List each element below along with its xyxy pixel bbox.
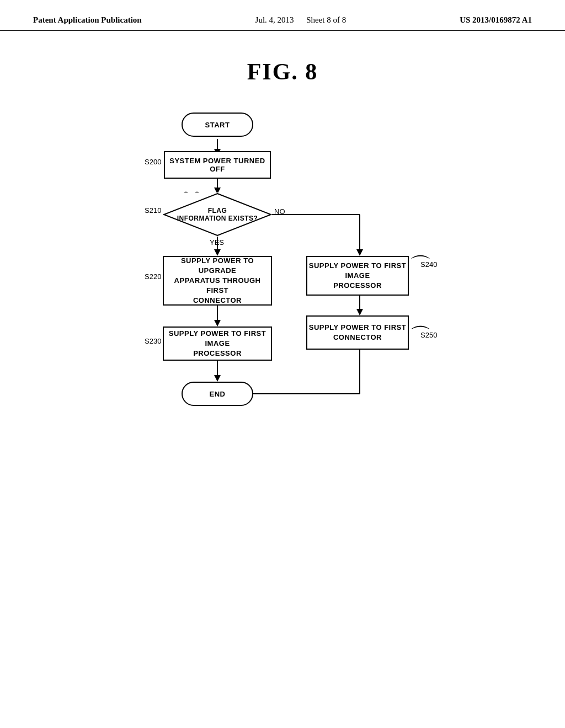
s240-brace: ⌒ <box>409 255 431 277</box>
s220-node: SUPPLY POWER TO UPGRADE APPARATUS THROUG… <box>163 256 272 306</box>
s250-brace: ⌒ <box>409 325 431 347</box>
svg-marker-14 <box>356 309 363 315</box>
s230-node: SUPPLY POWER TO FIRST IMAGE PROCESSOR <box>163 326 272 361</box>
svg-marker-5 <box>214 249 221 256</box>
s210-diamond: FLAG INFORMATION EXISTS? <box>163 192 272 237</box>
publication-date: Jul. 4, 2013 <box>255 15 294 24</box>
svg-marker-9 <box>214 375 221 382</box>
no-label: NO <box>274 207 285 216</box>
step-label-s230: S230 <box>145 337 161 345</box>
step-label-s200: S200 <box>145 158 161 166</box>
yes-label: YES <box>210 238 224 247</box>
publication-label: Patent Application Publication <box>33 15 142 25</box>
s240-node: SUPPLY POWER TO FIRST IMAGE PROCESSOR <box>306 256 409 296</box>
step-label-s220: S220 <box>145 272 161 281</box>
step-label-s210: S210 <box>145 206 161 215</box>
flowchart-container: START S200 SYSTEM POWER TURNED OFF S210 … <box>89 101 476 554</box>
patent-number: US 2013/0169872 A1 <box>460 15 532 25</box>
sheet-info: Sheet 8 of 8 <box>306 15 346 24</box>
end-node: END <box>182 382 253 406</box>
page-header: Patent Application Publication Jul. 4, 2… <box>0 0 565 31</box>
s200-node: SYSTEM POWER TURNED OFF <box>164 151 271 179</box>
svg-marker-12 <box>356 249 363 256</box>
header-center: Jul. 4, 2013 Sheet 8 of 8 <box>255 15 347 25</box>
figure-title: FIG. 8 <box>0 58 565 85</box>
start-node: START <box>182 113 253 137</box>
s250-node: SUPPLY POWER TO FIRST CONNECTOR <box>306 315 409 350</box>
svg-marker-7 <box>214 320 221 326</box>
